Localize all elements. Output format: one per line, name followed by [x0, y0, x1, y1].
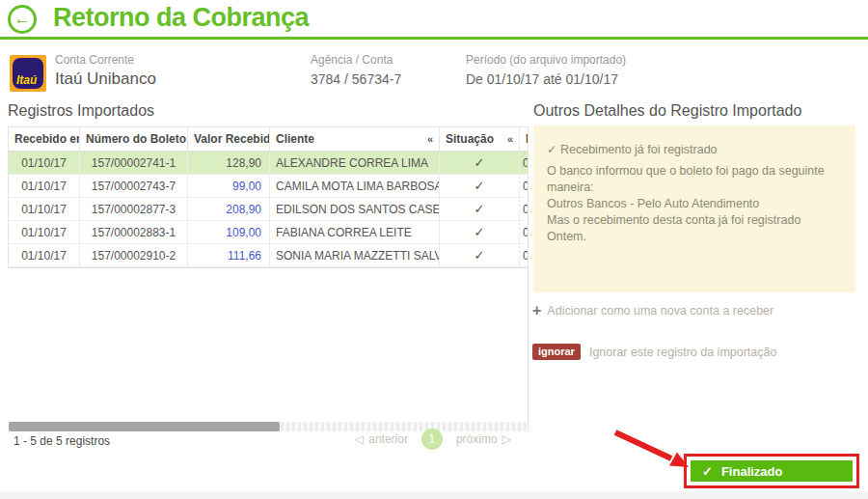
back-button[interactable]: ←: [8, 5, 37, 34]
horizontal-scrollbar-thumb[interactable]: [9, 422, 280, 431]
cell-numero-boleto: 157/00002741-1: [80, 152, 188, 174]
next-icon: ▷: [502, 432, 511, 446]
ignore-link-label: Ignorar este registro da importação: [589, 346, 777, 359]
agencia-conta-label: Agência / Conta: [311, 53, 401, 67]
cell-valor-recebido[interactable]: 109,00: [188, 221, 270, 243]
cell-numero-boleto: 157/00002910-2: [80, 244, 188, 266]
cell-cliente: CAMILA MOTA LIMA BARBOSA: [270, 175, 440, 197]
conta-corrente-group: Conta Corrente Itaú Unibanco: [55, 53, 156, 89]
table-row[interactable]: 01/10/17157/00002743-799,00CAMILA MOTA L…: [9, 175, 529, 198]
itau-logo-square: Itaú: [13, 58, 43, 89]
table-panel-divider: [528, 263, 529, 431]
table-header-row: Recebido em«Número do Boleto«Valor Receb…: [9, 127, 529, 152]
cell-data: 0: [520, 221, 529, 243]
cell-recebido-em: 01/10/17: [9, 221, 80, 243]
finalizado-button[interactable]: ✓ Finalizado: [691, 460, 853, 482]
table-row[interactable]: 01/10/17157/00002910-2111,66SONIA MARIA …: [9, 244, 529, 267]
column-header: D.: [520, 127, 529, 151]
column-header-label: Situação: [446, 132, 494, 146]
records-count: 1 - 5 de 5 registros: [14, 434, 110, 448]
top-bar: ← Retorno da Cobrança: [0, 0, 868, 40]
periodo-value: De 01/10/17 até 01/10/17: [466, 71, 626, 87]
cell-data: 0: [520, 152, 529, 174]
collapse-column-icon[interactable]: «: [427, 133, 433, 145]
registros-table: Recebido em«Número do Boleto«Valor Receb…: [8, 126, 529, 268]
status-check-icon: ✓: [547, 143, 556, 156]
cell-data: 0: [520, 198, 529, 220]
situacao-check-icon: ✓: [440, 244, 520, 266]
column-header-label: Recebido em: [14, 132, 80, 146]
previous-icon: ◁: [355, 432, 364, 446]
cell-recebido-em: 01/10/17: [9, 198, 80, 220]
finalizado-check-icon: ✓: [702, 464, 713, 479]
status-line: ✓ Recebimento já foi registrado: [547, 142, 842, 156]
cell-cliente: EDILSON DOS SANTOS CASE...: [270, 198, 440, 220]
window-bottom-edge: [0, 491, 868, 499]
column-header: Valor Recebido«: [188, 127, 270, 151]
previous-label: anterior: [368, 432, 408, 446]
cell-recebido-em: 01/10/17: [9, 152, 80, 174]
conta-corrente-value: Itaú Unibanco: [55, 69, 156, 89]
cell-cliente: ALEXANDRE CORREA LIMA: [270, 152, 440, 174]
cell-data: 0: [520, 175, 529, 197]
cell-valor-recebido[interactable]: 111,66: [188, 244, 270, 266]
detail-line-1: O banco informou que o boleto foi pago d…: [547, 163, 842, 196]
column-header: Situação«: [440, 127, 520, 151]
ignore-badge[interactable]: ignorar: [532, 344, 581, 360]
column-header-label: Valor Recebido: [194, 132, 270, 146]
plus-icon: +: [532, 302, 541, 319]
itau-bank-logo: Itaú: [10, 55, 46, 92]
pagination: ◁ anterior 1 próximo ▷: [355, 429, 511, 450]
add-link-label: Adicionar como uma nova conta a receber: [547, 304, 773, 318]
situacao-check-icon: ✓: [440, 152, 520, 174]
periodo-label: Período (do arquivo importado): [466, 53, 626, 67]
column-header: Número do Boleto«: [80, 127, 188, 151]
registro-details-box: ✓ Recebimento já foi registrado O banco …: [533, 125, 855, 292]
annotation-rectangle: ✓ Finalizado: [684, 454, 859, 488]
status-text: Recebimento já foi registrado: [560, 143, 718, 156]
cell-cliente: SONIA MARIA MAZZETTI SALVI: [270, 244, 440, 266]
cell-numero-boleto: 157/00002743-7: [80, 175, 188, 197]
cell-valor-recebido: 128,90: [188, 152, 270, 174]
previous-page-button[interactable]: ◁ anterior: [355, 432, 408, 446]
cell-cliente: FABIANA CORREA LEITE: [270, 221, 440, 243]
column-header-label: Cliente: [276, 132, 314, 146]
agencia-conta-group: Agência / Conta 3784 / 56734-7: [311, 53, 401, 87]
table-row[interactable]: 01/10/17157/00002883-1109,00FABIANA CORR…: [9, 221, 529, 244]
cell-valor-recebido[interactable]: 208,90: [188, 198, 270, 220]
cell-recebido-em: 01/10/17: [9, 175, 80, 197]
retorno-da-cobranca-page: ← Retorno da Cobrança Itaú Conta Corrent…: [0, 0, 868, 499]
outros-detalhes-title: Outros Detalhes do Registro Importado: [533, 102, 801, 120]
agencia-conta-value: 3784 / 56734-7: [311, 71, 401, 87]
cell-valor-recebido[interactable]: 99,00: [188, 175, 270, 197]
situacao-check-icon: ✓: [440, 198, 520, 220]
table-body: 01/10/17157/00002741-1128,90ALEXANDRE CO…: [9, 152, 528, 267]
itau-logo-text: Itaú: [16, 73, 37, 87]
page-title: Retorno da Cobrança: [53, 3, 309, 33]
next-page-button[interactable]: próximo ▷: [456, 432, 511, 446]
ignore-record-link[interactable]: ignorar Ignorar este registro da importa…: [532, 344, 776, 360]
situacao-check-icon: ✓: [440, 221, 520, 243]
collapse-column-icon[interactable]: «: [507, 133, 513, 145]
column-header: Cliente«: [270, 127, 440, 151]
table-row[interactable]: 01/10/17157/00002741-1128,90ALEXANDRE CO…: [9, 152, 529, 175]
detail-line-3: Mas o recebimento desta conta já foi reg…: [547, 212, 842, 245]
column-header: Recebido em«: [9, 127, 80, 151]
periodo-group: Período (do arquivo importado) De 01/10/…: [466, 53, 626, 87]
conta-corrente-label: Conta Corrente: [55, 53, 156, 67]
situacao-check-icon: ✓: [440, 175, 520, 197]
back-arrow-icon: ←: [14, 10, 31, 29]
cell-recebido-em: 01/10/17: [9, 244, 80, 266]
detail-line-2: Outros Bancos - Pelo Auto Atendimento: [547, 196, 842, 212]
finalizado-label: Finalizado: [721, 464, 783, 479]
next-label: próximo: [456, 432, 498, 446]
column-header-label: D.: [526, 132, 529, 146]
column-header-label: Número do Boleto: [86, 132, 186, 146]
cell-numero-boleto: 157/00002877-3: [80, 198, 188, 220]
add-new-receivable-link[interactable]: + Adicionar como uma nova conta a recebe…: [532, 302, 773, 319]
current-page-badge[interactable]: 1: [421, 429, 443, 450]
registros-importados-title: Registros Importados: [8, 102, 154, 120]
table-row[interactable]: 01/10/17157/00002877-3208,90EDILSON DOS …: [9, 198, 529, 221]
cell-numero-boleto: 157/00002883-1: [80, 221, 188, 243]
